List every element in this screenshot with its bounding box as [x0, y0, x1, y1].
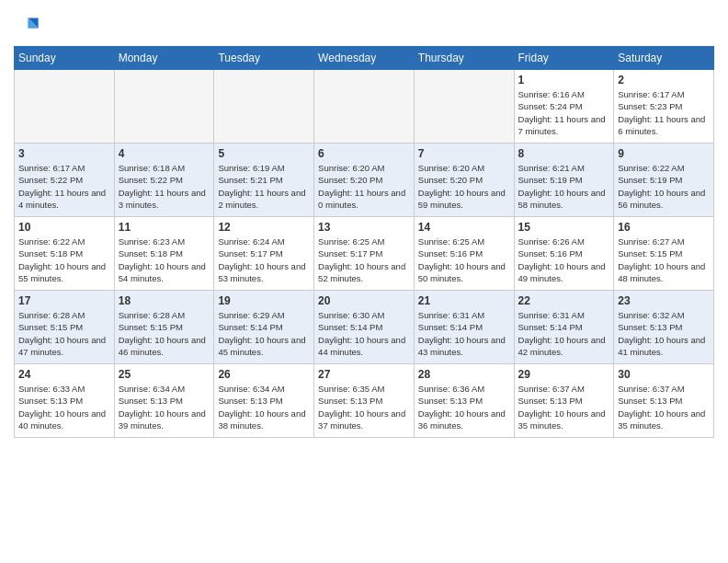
day-number: 13 — [318, 221, 410, 234]
day-number: 4 — [119, 147, 210, 160]
calendar-cell: 14Sunrise: 6:25 AMSunset: 5:16 PMDayligh… — [414, 217, 514, 291]
calendar-cell: 11Sunrise: 6:23 AMSunset: 5:18 PMDayligh… — [114, 217, 214, 291]
calendar-cell: 19Sunrise: 6:29 AMSunset: 5:14 PMDayligh… — [214, 291, 314, 364]
calendar-cell: 29Sunrise: 6:37 AMSunset: 5:13 PMDayligh… — [514, 364, 614, 438]
calendar-cell: 16Sunrise: 6:27 AMSunset: 5:15 PMDayligh… — [614, 217, 714, 291]
day-number: 8 — [518, 147, 610, 160]
day-number: 14 — [418, 221, 510, 234]
day-number: 11 — [119, 221, 210, 234]
day-info: Sunrise: 6:37 AMSunset: 5:13 PMDaylight:… — [518, 383, 610, 431]
day-number: 5 — [218, 147, 310, 160]
day-info: Sunrise: 6:25 AMSunset: 5:16 PMDaylight:… — [418, 236, 510, 284]
day-number: 1 — [518, 74, 610, 86]
day-number: 20 — [318, 294, 410, 307]
calendar-cell: 23Sunrise: 6:32 AMSunset: 5:13 PMDayligh… — [614, 291, 714, 364]
day-number: 16 — [618, 221, 710, 234]
calendar-cell: 4Sunrise: 6:18 AMSunset: 5:22 PMDaylight… — [114, 144, 214, 217]
calendar-cell: 6Sunrise: 6:20 AMSunset: 5:20 PMDaylight… — [314, 144, 415, 217]
calendar-cell: 3Sunrise: 6:17 AMSunset: 5:22 PMDaylight… — [15, 144, 115, 217]
calendar-cell: 10Sunrise: 6:22 AMSunset: 5:18 PMDayligh… — [15, 217, 115, 291]
weekday-header-monday: Monday — [114, 47, 214, 70]
day-number: 23 — [618, 294, 710, 307]
calendar-cell — [15, 70, 115, 144]
day-number: 18 — [119, 294, 210, 307]
day-number: 2 — [618, 74, 710, 86]
day-number: 28 — [418, 368, 510, 381]
day-info: Sunrise: 6:22 AMSunset: 5:19 PMDaylight:… — [618, 162, 710, 211]
day-number: 30 — [618, 368, 710, 381]
day-number: 29 — [518, 368, 610, 381]
day-info: Sunrise: 6:31 AMSunset: 5:14 PMDaylight:… — [518, 309, 610, 358]
day-info: Sunrise: 6:28 AMSunset: 5:15 PMDaylight:… — [119, 309, 210, 358]
calendar-cell: 21Sunrise: 6:31 AMSunset: 5:14 PMDayligh… — [414, 291, 514, 364]
logo-icon — [14, 13, 40, 39]
day-number: 17 — [18, 294, 110, 307]
calendar-cell: 9Sunrise: 6:22 AMSunset: 5:19 PMDaylight… — [614, 144, 714, 217]
calendar-week-1: 1Sunrise: 6:16 AMSunset: 5:24 PMDaylight… — [15, 70, 714, 144]
day-info: Sunrise: 6:27 AMSunset: 5:15 PMDaylight:… — [618, 236, 710, 284]
calendar-cell: 24Sunrise: 6:33 AMSunset: 5:13 PMDayligh… — [15, 364, 115, 438]
day-number: 15 — [518, 221, 610, 234]
calendar-cell: 7Sunrise: 6:20 AMSunset: 5:20 PMDaylight… — [414, 144, 514, 217]
day-number: 27 — [318, 368, 410, 381]
weekday-header-sunday: Sunday — [15, 47, 115, 70]
day-info: Sunrise: 6:18 AMSunset: 5:22 PMDaylight:… — [119, 162, 210, 211]
weekday-header-row: SundayMondayTuesdayWednesdayThursdayFrid… — [15, 47, 714, 70]
weekday-header-thursday: Thursday — [414, 47, 514, 70]
weekday-header-wednesday: Wednesday — [314, 47, 415, 70]
weekday-header-friday: Friday — [514, 47, 614, 70]
calendar-cell: 27Sunrise: 6:35 AMSunset: 5:13 PMDayligh… — [314, 364, 415, 438]
calendar-cell: 12Sunrise: 6:24 AMSunset: 5:17 PMDayligh… — [214, 217, 314, 291]
day-info: Sunrise: 6:29 AMSunset: 5:14 PMDaylight:… — [218, 309, 310, 358]
day-info: Sunrise: 6:20 AMSunset: 5:20 PMDaylight:… — [318, 162, 410, 211]
day-info: Sunrise: 6:34 AMSunset: 5:13 PMDaylight:… — [119, 383, 210, 431]
day-info: Sunrise: 6:30 AMSunset: 5:14 PMDaylight:… — [318, 309, 410, 358]
calendar-cell: 30Sunrise: 6:37 AMSunset: 5:13 PMDayligh… — [614, 364, 714, 438]
calendar-cell: 22Sunrise: 6:31 AMSunset: 5:14 PMDayligh… — [514, 291, 614, 364]
day-info: Sunrise: 6:35 AMSunset: 5:13 PMDaylight:… — [318, 383, 410, 431]
day-info: Sunrise: 6:36 AMSunset: 5:13 PMDaylight:… — [418, 383, 510, 431]
day-number: 26 — [218, 368, 310, 381]
calendar-cell: 5Sunrise: 6:19 AMSunset: 5:21 PMDaylight… — [214, 144, 314, 217]
calendar-cell: 28Sunrise: 6:36 AMSunset: 5:13 PMDayligh… — [414, 364, 514, 438]
day-number: 24 — [18, 368, 110, 381]
day-number: 22 — [518, 294, 610, 307]
calendar-cell: 13Sunrise: 6:25 AMSunset: 5:17 PMDayligh… — [314, 217, 415, 291]
day-info: Sunrise: 6:24 AMSunset: 5:17 PMDaylight:… — [218, 236, 310, 284]
calendar-cell: 15Sunrise: 6:26 AMSunset: 5:16 PMDayligh… — [514, 217, 614, 291]
day-number: 12 — [218, 221, 310, 234]
calendar-cell — [414, 70, 514, 144]
day-number: 3 — [18, 147, 110, 160]
day-info: Sunrise: 6:26 AMSunset: 5:16 PMDaylight:… — [518, 236, 610, 284]
day-info: Sunrise: 6:17 AMSunset: 5:22 PMDaylight:… — [18, 162, 110, 211]
day-info: Sunrise: 6:21 AMSunset: 5:19 PMDaylight:… — [518, 162, 610, 211]
weekday-header-saturday: Saturday — [614, 47, 714, 70]
calendar-cell: 1Sunrise: 6:16 AMSunset: 5:24 PMDaylight… — [514, 70, 614, 144]
day-number: 10 — [18, 221, 110, 234]
day-number: 25 — [119, 368, 210, 381]
day-info: Sunrise: 6:19 AMSunset: 5:21 PMDaylight:… — [218, 162, 310, 211]
day-info: Sunrise: 6:25 AMSunset: 5:17 PMDaylight:… — [318, 236, 410, 284]
calendar-cell — [314, 70, 415, 144]
logo — [14, 13, 43, 39]
calendar-cell: 18Sunrise: 6:28 AMSunset: 5:15 PMDayligh… — [114, 291, 214, 364]
day-info: Sunrise: 6:23 AMSunset: 5:18 PMDaylight:… — [119, 236, 210, 284]
page: SundayMondayTuesdayWednesdayThursdayFrid… — [0, 0, 728, 447]
calendar-week-2: 3Sunrise: 6:17 AMSunset: 5:22 PMDaylight… — [15, 144, 714, 217]
calendar-week-5: 24Sunrise: 6:33 AMSunset: 5:13 PMDayligh… — [15, 364, 714, 438]
calendar-week-4: 17Sunrise: 6:28 AMSunset: 5:15 PMDayligh… — [15, 291, 714, 364]
calendar-cell: 25Sunrise: 6:34 AMSunset: 5:13 PMDayligh… — [114, 364, 214, 438]
calendar-cell: 2Sunrise: 6:17 AMSunset: 5:23 PMDaylight… — [614, 70, 714, 144]
day-number: 7 — [418, 147, 510, 160]
calendar-cell: 17Sunrise: 6:28 AMSunset: 5:15 PMDayligh… — [15, 291, 115, 364]
day-info: Sunrise: 6:32 AMSunset: 5:13 PMDaylight:… — [618, 309, 710, 358]
day-info: Sunrise: 6:33 AMSunset: 5:13 PMDaylight:… — [18, 383, 110, 431]
calendar-cell — [214, 70, 314, 144]
day-info: Sunrise: 6:16 AMSunset: 5:24 PMDaylight:… — [518, 88, 610, 137]
calendar-cell — [114, 70, 214, 144]
calendar-week-3: 10Sunrise: 6:22 AMSunset: 5:18 PMDayligh… — [15, 217, 714, 291]
day-info: Sunrise: 6:20 AMSunset: 5:20 PMDaylight:… — [418, 162, 510, 211]
day-info: Sunrise: 6:28 AMSunset: 5:15 PMDaylight:… — [18, 309, 110, 358]
header — [14, 9, 714, 39]
weekday-header-tuesday: Tuesday — [214, 47, 314, 70]
